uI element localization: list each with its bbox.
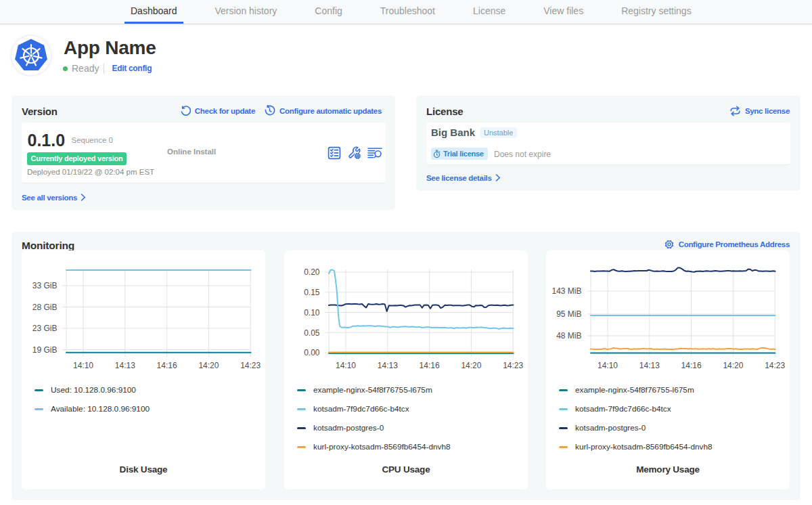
svg-text:14:10: 14:10 bbox=[597, 361, 618, 370]
svg-text:23 GiB: 23 GiB bbox=[32, 324, 58, 333]
svg-text:14:23: 14:23 bbox=[240, 361, 261, 370]
svg-text:14:13: 14:13 bbox=[639, 361, 660, 370]
svg-text:0.00: 0.00 bbox=[304, 348, 320, 357]
svg-text:14:20: 14:20 bbox=[723, 361, 743, 370]
svg-text:14:16: 14:16 bbox=[420, 361, 440, 370]
svg-text:28 GiB: 28 GiB bbox=[32, 303, 58, 312]
svg-text:48 MiB: 48 MiB bbox=[556, 331, 581, 341]
svg-text:0.15: 0.15 bbox=[304, 288, 320, 297]
svg-text:14:16: 14:16 bbox=[681, 361, 702, 370]
svg-text:0.05: 0.05 bbox=[304, 328, 320, 338]
svg-text:143 MiB: 143 MiB bbox=[551, 286, 581, 296]
svg-text:14:16: 14:16 bbox=[157, 361, 177, 370]
svg-text:14:23: 14:23 bbox=[503, 361, 523, 370]
svg-text:14:23: 14:23 bbox=[765, 361, 785, 370]
svg-text:14:13: 14:13 bbox=[115, 361, 135, 370]
svg-text:0.10: 0.10 bbox=[304, 308, 320, 317]
svg-text:14:10: 14:10 bbox=[336, 361, 356, 370]
svg-text:14:13: 14:13 bbox=[378, 361, 398, 370]
svg-text:14:20: 14:20 bbox=[461, 361, 481, 370]
svg-text:95 MiB: 95 MiB bbox=[556, 309, 581, 319]
svg-text:19 GiB: 19 GiB bbox=[32, 345, 58, 355]
svg-text:0.20: 0.20 bbox=[304, 267, 320, 277]
svg-text:14:20: 14:20 bbox=[198, 361, 219, 370]
svg-text:33 GiB: 33 GiB bbox=[32, 281, 58, 290]
svg-text:14:10: 14:10 bbox=[73, 361, 93, 370]
